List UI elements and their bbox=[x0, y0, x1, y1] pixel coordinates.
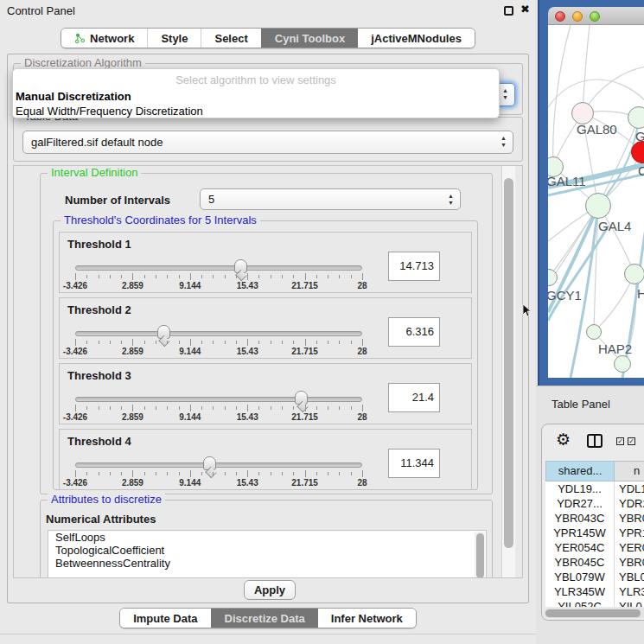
close-window-button[interactable] bbox=[555, 11, 565, 22]
threshold-2-value-field[interactable]: 6.316 bbox=[388, 317, 440, 347]
attribute-list-item[interactable]: SelfLoops bbox=[48, 531, 486, 544]
column-header-shared-name[interactable]: shared... bbox=[545, 461, 615, 481]
threshold-4-value-field[interactable]: 11.344 bbox=[388, 449, 440, 478]
network-canvas[interactable]: GAL80GACGAL11GAL4GCY1HHAP2 bbox=[548, 25, 644, 378]
popup-option-equal-width-frequency[interactable]: Equal Width/Frequency Discretization bbox=[13, 104, 499, 118]
network-node-label: GAL11 bbox=[548, 174, 586, 188]
table-row[interactable]: YBR043CYBR0 bbox=[545, 511, 644, 526]
apply-button[interactable]: Apply bbox=[244, 580, 296, 600]
slider-track[interactable] bbox=[75, 462, 362, 468]
attributes-list-scrollbar[interactable] bbox=[475, 532, 485, 578]
tab-cyni-toolbox[interactable]: Cyni Toolbox bbox=[261, 29, 358, 48]
thresholds-group: Threshold's Coordinates for 5 Intervals … bbox=[53, 220, 478, 490]
group-title-interval-definition: Interval Definition bbox=[48, 167, 141, 179]
column-header-name[interactable]: n bbox=[615, 461, 644, 481]
tab-infer-network[interactable]: Infer Network bbox=[318, 609, 416, 628]
table-row[interactable]: YIL052CYIL0 bbox=[545, 599, 644, 607]
close-icon[interactable]: ✖ bbox=[520, 3, 530, 16]
table-row[interactable]: YBL079WYBL0 bbox=[545, 570, 644, 584]
slider-track[interactable] bbox=[75, 397, 362, 402]
table-cell[interactable]: YBR043C bbox=[545, 511, 615, 526]
network-node-label: GCY1 bbox=[548, 288, 582, 303]
table-horizontal-scrollbar[interactable] bbox=[544, 608, 644, 618]
threshold-4-label: Threshold 4 bbox=[67, 435, 131, 448]
table-cell[interactable]: YBR0 bbox=[615, 555, 644, 570]
table-cell[interactable]: YER054C bbox=[545, 540, 615, 555]
table-cell[interactable]: YBL0 bbox=[615, 570, 644, 584]
scrollbar-thumb[interactable] bbox=[545, 609, 641, 617]
table-cell[interactable]: YDR2 bbox=[615, 496, 644, 511]
column-checkbox-icon[interactable]: ✓ bbox=[616, 437, 624, 445]
zoom-window-button[interactable] bbox=[590, 11, 600, 22]
table-cell[interactable]: YPR1 bbox=[615, 526, 644, 540]
threshold-1-slider[interactable]: -3.4262.8599.14415.4321.71528 bbox=[75, 258, 362, 290]
float-window-icon[interactable] bbox=[504, 6, 513, 16]
slider-track[interactable] bbox=[75, 331, 362, 336]
tab-network[interactable]: Network bbox=[61, 29, 147, 48]
numerical-attributes-list[interactable]: SelfLoopsTopologicalCoefficientBetweenne… bbox=[48, 530, 487, 578]
table-cell[interactable]: YDL1 bbox=[615, 481, 644, 496]
network-icon bbox=[74, 33, 86, 44]
tab-discretize-data[interactable]: Discretize Data bbox=[211, 609, 318, 628]
slider-thumb[interactable] bbox=[203, 456, 216, 470]
tab-style[interactable]: Style bbox=[147, 29, 201, 48]
slider-track[interactable] bbox=[75, 265, 362, 271]
table-cell[interactable]: YBL079W bbox=[545, 570, 615, 584]
control-panel: Control Panel ✖ Network Style Select Cyn… bbox=[0, 0, 536, 644]
table-cell[interactable]: YBR045C bbox=[545, 555, 615, 570]
tab-jactivemnodules[interactable]: jActiveMNodules bbox=[358, 29, 475, 48]
threshold-4-slider[interactable]: -3.4262.8599.14415.4321.71528 bbox=[75, 456, 362, 487]
network-node-ga[interactable] bbox=[628, 106, 644, 129]
split-columns-icon[interactable] bbox=[587, 434, 603, 448]
table-row[interactable]: YBR045CYBR0 bbox=[545, 555, 644, 570]
tab-select[interactable]: Select bbox=[201, 29, 260, 48]
table-cell[interactable]: YLR3 bbox=[615, 584, 644, 599]
slider-thumb[interactable] bbox=[157, 325, 170, 339]
network-node-h[interactable] bbox=[624, 264, 644, 284]
settings-gear-icon[interactable]: ⚙ bbox=[556, 430, 571, 450]
group-title-thresholds: Threshold's Coordinates for 5 Intervals bbox=[61, 214, 260, 226]
minimize-window-button[interactable] bbox=[572, 11, 583, 22]
table-row[interactable]: YER054CYER0 bbox=[545, 540, 644, 555]
table-row[interactable]: YLR345WYLR3 bbox=[545, 584, 644, 599]
scrollbar-thumb[interactable] bbox=[504, 178, 513, 548]
table-panel: ⚙ ✓ ✓ shared... n YDL19...YDL1YDR27...YD… bbox=[541, 424, 644, 621]
network-node[interactable] bbox=[614, 355, 631, 373]
table-cell[interactable]: YER0 bbox=[615, 540, 644, 555]
number-of-intervals-combobox[interactable]: 5 ▲▼ bbox=[200, 188, 461, 210]
attributes-group: Attributes to discretize Numerical Attri… bbox=[40, 500, 493, 578]
mouse-cursor bbox=[522, 303, 532, 317]
threshold-3-slider[interactable]: -3.4262.8599.14415.4321.71528 bbox=[75, 390, 362, 421]
table-row[interactable]: YPR145WYPR1 bbox=[545, 526, 644, 540]
settings-vertical-scrollbar[interactable] bbox=[501, 166, 515, 577]
table-row[interactable]: YDR27...YDR2 bbox=[545, 496, 644, 511]
table-cell[interactable]: YDR27... bbox=[545, 496, 615, 511]
table-cell[interactable]: YDL19... bbox=[545, 481, 615, 496]
network-node-gal4[interactable] bbox=[585, 193, 611, 219]
slider-thumb[interactable] bbox=[234, 259, 247, 273]
slider-thumb[interactable] bbox=[295, 391, 308, 405]
table-data-combobox[interactable]: galFiltered.sif default node ▲▼ bbox=[22, 131, 513, 154]
table-cell[interactable]: YIL0 bbox=[615, 599, 644, 607]
table-cell[interactable]: YLR345W bbox=[545, 584, 615, 599]
table-cell[interactable]: YPR145W bbox=[545, 526, 615, 540]
table-cell[interactable]: YBR0 bbox=[615, 511, 644, 526]
tab-impute-data[interactable]: Impute Data bbox=[120, 609, 210, 628]
popup-option-manual-discretization[interactable]: Manual Discretization bbox=[13, 89, 499, 104]
slider-ticks bbox=[75, 405, 362, 411]
threshold-2-box: Threshold 2 -3.4262.8599.14415.4321.7152… bbox=[59, 297, 472, 359]
threshold-3-value-field[interactable]: 21.4 bbox=[388, 383, 440, 412]
algorithm-dropdown-popup: Select algorithm to view settings Manual… bbox=[12, 68, 500, 118]
attribute-list-item[interactable]: BetweennessCentrality bbox=[48, 557, 486, 570]
table-row[interactable]: YDL19...YDL1 bbox=[545, 481, 644, 496]
control-panel-titlebar: Control Panel ✖ bbox=[0, 0, 536, 21]
table-cell[interactable]: YIL052C bbox=[545, 599, 615, 607]
bottom-tabbar: Impute Data Discretize Data Infer Networ… bbox=[0, 608, 536, 628]
attribute-list-item[interactable]: TopologicalCoefficient bbox=[48, 544, 486, 557]
column-checkbox-icon[interactable]: ✓ bbox=[628, 437, 635, 445]
group-title-attributes: Attributes to discretize bbox=[48, 494, 165, 506]
network-node-hap2[interactable] bbox=[586, 324, 602, 340]
numerical-attributes-label: Numerical Attributes bbox=[46, 513, 156, 526]
threshold-1-value-field[interactable]: 14.713 bbox=[388, 252, 440, 281]
threshold-2-slider[interactable]: -3.4262.8599.14415.4321.71528 bbox=[75, 324, 362, 355]
